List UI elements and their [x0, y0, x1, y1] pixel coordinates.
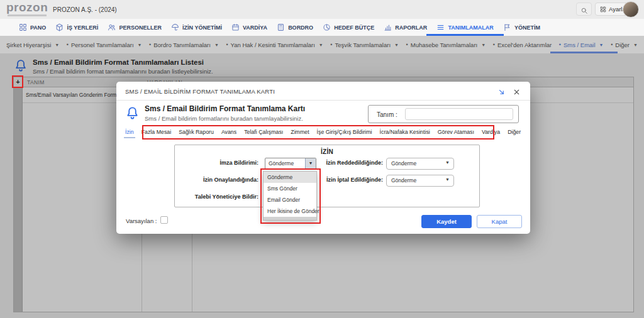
search-button[interactable]: [576, 3, 592, 16]
chevron-down-icon: ▼: [138, 43, 142, 47]
subnav-item-te-vik-tan-mlamalar[interactable]: •Teşvik Tanımlamaları▼: [330, 36, 399, 53]
calendar-icon: [231, 23, 240, 31]
chevron-down-icon: ▼: [481, 43, 486, 47]
sms-email-format-modal: SMS / EMAİL BİLDİRİM FORMAT TANIMLAMA KA…: [116, 82, 530, 234]
bullet-icon: •: [611, 41, 613, 48]
subnav-item-di-er[interactable]: •Diğer▼: [611, 36, 638, 53]
nav-item-bordro[interactable]: BORDRO: [277, 19, 313, 36]
chevron-down-icon: ▼: [214, 43, 219, 47]
popout-arrow-icon[interactable]: [497, 87, 506, 96]
caret-down-icon: ▼: [445, 177, 450, 182]
bullet-icon: •: [226, 41, 228, 48]
subnav-item-label: Bordro Tanımlamaları: [153, 41, 211, 48]
bullet-icon: •: [149, 41, 151, 48]
modal-window-title: SMS / EMAİL BİLDİRİM FORMAT TANIMLAMA KA…: [125, 88, 275, 95]
subnav-item-personel-tan-mlamalar[interactable]: •Personel Tanımlamaları▼: [67, 36, 142, 53]
top-bar: prozon PROZON A.Ş. - (2024) Ayarlar: [0, 0, 644, 19]
nav-item-label: HEDEF BÜTÇE: [334, 25, 374, 31]
field-label-izin-iptal-edildiginde: İzin İptal Edildiğinde:: [312, 177, 383, 183]
nav-item-y-neti-m[interactable]: YÖNETİM: [503, 19, 540, 36]
subnav-item-muhasebe-tan-mlamalar[interactable]: •Muhasebe Tanımlamaları▼: [406, 36, 486, 53]
tanim-label: Tanım :: [377, 111, 397, 118]
field-label-imza-bildirimi: İmza Bildirimi:: [181, 160, 258, 166]
company-name: PROZON A.Ş. - (2024): [53, 6, 117, 13]
modal-tab-i-zin[interactable]: İzin: [125, 129, 134, 138]
bullet-icon: •: [559, 41, 561, 48]
nav-item-personeller[interactable]: PERSONELLER: [108, 19, 162, 36]
tanim-field-group: Tanım :: [368, 105, 519, 123]
field-label-izin-reddedildiginde: İzin Reddedildiğinde:: [312, 160, 383, 166]
close-icon[interactable]: [513, 87, 521, 96]
logo-tagline-bar: [8, 14, 47, 16]
annotation-box-dropdown: [260, 168, 321, 224]
nav-item-i-zi-n-y-neti-mi[interactable]: İZİN YÖNETİMİ: [171, 19, 222, 36]
chevron-down-icon: ▼: [599, 43, 604, 47]
bullet-icon: •: [330, 41, 332, 48]
nav-item-hedef-b-t-e[interactable]: HEDEF BÜTÇE: [323, 19, 374, 36]
nav-item-label: BORDRO: [288, 25, 313, 31]
nav-item-label: PERSONELLER: [119, 25, 162, 31]
chevron-down-icon: ▼: [394, 43, 399, 47]
sub-nav: Şirket Hiyerarşisi▼•Personel Tanımlamala…: [0, 36, 644, 53]
chart-icon: [384, 23, 392, 31]
pie-icon: [323, 23, 331, 31]
nav-item-label: YÖNETİM: [514, 25, 540, 31]
nav-item-label: İZİN YÖNETİMİ: [182, 25, 222, 31]
modal-header: SMS / EMAİL BİLDİRİM FORMAT TANIMLAMA KA…: [116, 82, 530, 101]
default-label: Varsayılan :: [126, 217, 157, 224]
chevron-down-icon: ▼: [55, 43, 59, 47]
field-label-talebi-yoneticiye-bildir: Talebi Yöneticiye Bildir:: [181, 194, 258, 200]
nav-item-label: TANIMLAMALAR: [448, 25, 493, 31]
default-checkbox[interactable]: [160, 216, 168, 224]
bullet-icon: •: [493, 41, 495, 48]
subnav-item-excel-den-aktar-mlar[interactable]: •Excel'den Aktarımlar: [493, 36, 552, 53]
users-icon: [108, 23, 116, 31]
list-icon: [436, 23, 445, 31]
subnav-item-label: Personel Tanımlamaları: [71, 41, 134, 48]
nav-item-pano[interactable]: PANO: [19, 19, 46, 36]
section-title: İZİN: [175, 148, 479, 155]
subnav-item-label: Sms / Email: [564, 41, 596, 48]
modal-subtitle: Sms / Email bildirim formatlarını burada…: [145, 115, 303, 122]
subnav-item-sms-email[interactable]: •Sms / Email▼: [559, 36, 604, 53]
izin-reddedildiginde-value: Gönderme: [391, 160, 416, 167]
nav-item-label: RAPORLAR: [395, 25, 427, 31]
calculator-icon: [277, 23, 285, 31]
izin-reddedildiginde-select[interactable]: Gönderme ▼: [386, 158, 454, 170]
grid-icon: [19, 23, 27, 31]
bell-icon: [125, 106, 140, 120]
modal-tab-di-er[interactable]: Diğer: [508, 129, 521, 138]
nav-item-vardi-ya[interactable]: VARDİYA: [231, 19, 267, 36]
nav-item-i-yerleri[interactable]: İŞ YERLERİ: [55, 19, 98, 36]
tanim-input[interactable]: [405, 108, 513, 120]
chevron-down-icon: ▼: [319, 43, 323, 47]
nav-item-label: VARDİYA: [243, 25, 267, 31]
save-button[interactable]: Kaydet: [421, 215, 472, 228]
nav-item-raporlar[interactable]: RAPORLAR: [384, 19, 427, 36]
subnav-item-yan-hak-kesinti-tan-mlamalar[interactable]: •Yan Hak / Kesinti Tanımlamaları▼: [226, 36, 323, 53]
main-nav: PANOİŞ YERLERİPERSONELLERİZİN YÖNETİMİVA…: [0, 19, 644, 36]
subnav-item-label: Excel'den Aktarımlar: [497, 41, 552, 48]
apps-grid-icon: [600, 6, 606, 13]
app-window: prozon PROZON A.Ş. - (2024) Ayarlar PANO…: [0, 0, 644, 318]
bullet-icon: •: [67, 41, 69, 48]
avatar[interactable]: [623, 1, 639, 18]
annotation-box-add-button: [12, 75, 23, 88]
nav-item-tanimlamalar[interactable]: TANIMLAMALAR: [436, 19, 493, 36]
imza-bildirimi-value: Gönderme: [269, 160, 294, 167]
subnav-item-bordro-tan-mlamalar[interactable]: •Bordro Tanımlamaları▼: [149, 36, 219, 53]
caret-down-icon: ▼: [445, 160, 450, 165]
subnav-item-label: Diğer: [615, 41, 630, 48]
subnav-item-label: Şirket Hiyerarşisi: [6, 41, 51, 48]
bullet-icon: •: [406, 41, 408, 48]
nav-item-label: PANO: [30, 25, 46, 31]
izin-section: İZİN İmza Bildirimi: Gönderme ▼ İzin Ona…: [174, 145, 480, 207]
umbrella-icon: [171, 23, 179, 31]
subnav-item-irket-hiyerar-isi[interactable]: Şirket Hiyerarşisi▼: [6, 36, 59, 53]
field-label-izin-onaylandiginda: İzin Onaylandığında:: [181, 177, 258, 183]
nav-item-label: İŞ YERLERİ: [67, 25, 98, 31]
cancel-button[interactable]: Kapat: [477, 215, 522, 228]
modal-title: Sms / Email Bildirim Format Tanımlama Ka…: [145, 104, 305, 113]
izin-iptal-edildiginde-select[interactable]: Gönderme ▼: [386, 175, 454, 187]
izin-iptal-edildiginde-value: Gönderme: [391, 177, 416, 184]
